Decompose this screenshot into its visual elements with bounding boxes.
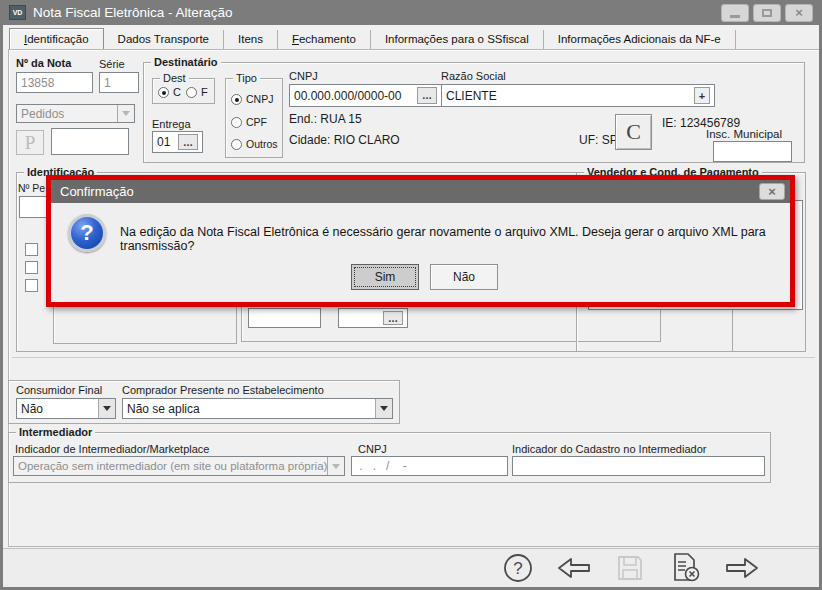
sim-button[interactable]: Sim xyxy=(351,264,419,290)
entrega-browse-button[interactable]: … xyxy=(178,134,198,150)
checkbox-1[interactable] xyxy=(25,243,38,256)
nota-value: 13858 xyxy=(21,76,54,90)
radio-tipo-cnpj-label: CNPJ xyxy=(246,93,273,105)
cancel-document-button[interactable] xyxy=(669,552,703,584)
arrow-left-icon xyxy=(557,556,591,580)
indicador-label: Indicador de Intermediador/Marketplace xyxy=(15,443,209,455)
radio-dest-f-label: F xyxy=(201,86,208,98)
comprador-label: Comprador Presente no Estabelecimento xyxy=(122,384,324,396)
dropdown-arrow-icon xyxy=(375,399,392,418)
cadastro-label: Indicador do Cadastro no Intermediador xyxy=(512,443,706,455)
close-button[interactable]: × xyxy=(785,4,813,22)
window-title: Nota Fiscal Eletrônica - Alteração xyxy=(33,5,233,20)
uf-text: UF: SP xyxy=(579,133,618,147)
pedidos-value: Pedidos xyxy=(21,107,64,121)
cidade-text: Cidade: RIO CLARO xyxy=(289,133,400,147)
indicador-dropdown[interactable]: Operação sem intermediador (em site ou p… xyxy=(13,456,345,476)
tab-identificacao[interactable]: Identificação xyxy=(9,28,104,49)
dialog-message: Na edição da Nota Fiscal Eletrônica é ne… xyxy=(120,225,780,253)
checkbox-3[interactable] xyxy=(25,279,38,292)
pedidos-dropdown[interactable]: Pedidos xyxy=(16,104,135,123)
radio-tipo-cpf-label: CPF xyxy=(246,116,267,128)
indicador-value: Operação sem intermediador (em site ou p… xyxy=(18,460,327,472)
save-icon xyxy=(616,554,644,582)
hidden-field-browse-button[interactable]: … xyxy=(383,311,403,325)
radio-dest-c[interactable]: C xyxy=(158,86,181,98)
hidden-field-2[interactable]: … xyxy=(338,308,408,328)
previous-button[interactable] xyxy=(557,552,591,584)
consumidor-dropdown[interactable]: Não xyxy=(16,398,116,419)
dest-label: Dest xyxy=(160,72,189,84)
intermediador-cnpj-mask: . . / - xyxy=(356,459,407,473)
serie-label: Série xyxy=(99,58,125,70)
checkbox-2[interactable] xyxy=(25,261,38,274)
radio-tipo-cpf[interactable]: CPF xyxy=(231,116,267,128)
entrega-label: Entrega xyxy=(152,118,191,130)
dialog-title: Confirmação xyxy=(60,184,134,199)
dialog-title-bar: Confirmação × xyxy=(51,180,790,203)
endereco-text: End.: RUA 15 xyxy=(289,112,362,126)
radio-tipo-outros-label: Outros xyxy=(246,138,278,150)
app-window: VD Nota Fiscal Eletrônica - Alteração × … xyxy=(0,0,822,590)
dropdown-arrow-icon xyxy=(98,399,115,418)
close-icon: × xyxy=(768,184,776,199)
maximize-button[interactable] xyxy=(753,4,781,22)
cnpj-browse-button[interactable]: … xyxy=(417,87,437,104)
radio-icon xyxy=(186,87,197,98)
radio-dest-c-label: C xyxy=(173,86,181,98)
tab-itens[interactable]: Itens xyxy=(224,30,278,49)
serie-field[interactable]: 1 xyxy=(99,72,139,93)
help-button[interactable]: ? xyxy=(501,552,535,584)
radio-icon xyxy=(231,139,242,150)
save-button[interactable] xyxy=(613,552,647,584)
cnpj-label: CNPJ xyxy=(289,70,318,82)
insc-municipal-label: Insc. Municipal xyxy=(706,128,782,140)
tab-informacoes-ssfiscal[interactable]: Informações para o SSfiscal xyxy=(371,30,544,49)
nao-button[interactable]: Não xyxy=(430,264,498,290)
next-button[interactable] xyxy=(725,552,759,584)
intermediador-cnpj-label: CNPJ xyxy=(358,443,387,455)
tab-dados-transporte[interactable]: Dados Transporte xyxy=(104,30,224,49)
insc-municipal-field[interactable] xyxy=(713,141,792,162)
cadastro-field[interactable] xyxy=(512,456,765,476)
dropdown-arrow-icon xyxy=(117,105,134,122)
destinatario-label: Destinatário xyxy=(151,56,221,68)
comprador-dropdown[interactable]: Não se aplica xyxy=(122,398,393,419)
p-field[interactable] xyxy=(51,128,129,155)
dialog-close-button[interactable]: × xyxy=(759,183,785,200)
intermediador-label: Intermediador xyxy=(16,426,95,438)
bottom-toolbar: ? xyxy=(3,548,819,587)
tab-informacoes-adicionais[interactable]: Informações Adicionais da NF-e xyxy=(544,30,736,49)
close-icon: × xyxy=(795,5,803,20)
hidden-field-1[interactable] xyxy=(248,308,321,328)
cnpj-value: 00.000.000/0000-00 xyxy=(294,89,401,103)
radio-tipo-cnpj[interactable]: CNPJ xyxy=(231,93,273,105)
cnpj-field[interactable]: 00.000.000/0000-00 … xyxy=(289,84,442,107)
dropdown-arrow-icon xyxy=(327,457,344,475)
razao-value: CLIENTE xyxy=(446,89,497,103)
p-button[interactable]: P xyxy=(16,130,44,155)
radio-tipo-outros[interactable]: Outros xyxy=(231,138,278,150)
maximize-icon xyxy=(762,9,772,17)
minimize-icon xyxy=(730,15,740,18)
razao-field[interactable]: CLIENTE + xyxy=(441,84,715,107)
razao-expand-button[interactable]: + xyxy=(694,87,710,104)
entrega-value: 01 xyxy=(157,135,170,149)
intermediador-cnpj-field[interactable]: . . / - xyxy=(351,456,508,476)
razao-label: Razão Social xyxy=(441,70,506,82)
title-bar: VD Nota Fiscal Eletrônica - Alteração × xyxy=(3,0,819,25)
radio-dest-f[interactable]: F xyxy=(186,86,208,98)
help-icon: ? xyxy=(503,553,533,583)
app-icon: VD xyxy=(9,5,26,20)
svg-text:?: ? xyxy=(513,559,522,578)
arrow-right-icon xyxy=(725,556,759,580)
consumidor-value: Não xyxy=(21,402,43,416)
question-icon: ? xyxy=(68,214,106,252)
pedido-label: Nº Pe xyxy=(18,182,45,194)
nota-field[interactable]: 13858 xyxy=(16,72,93,93)
consumidor-label: Consumidor Final xyxy=(16,384,102,396)
c-button[interactable]: C xyxy=(615,114,652,150)
tab-fechamento[interactable]: Fechamento xyxy=(278,30,371,49)
minimize-button[interactable] xyxy=(721,4,749,22)
entrega-field[interactable]: 01 … xyxy=(152,131,203,153)
